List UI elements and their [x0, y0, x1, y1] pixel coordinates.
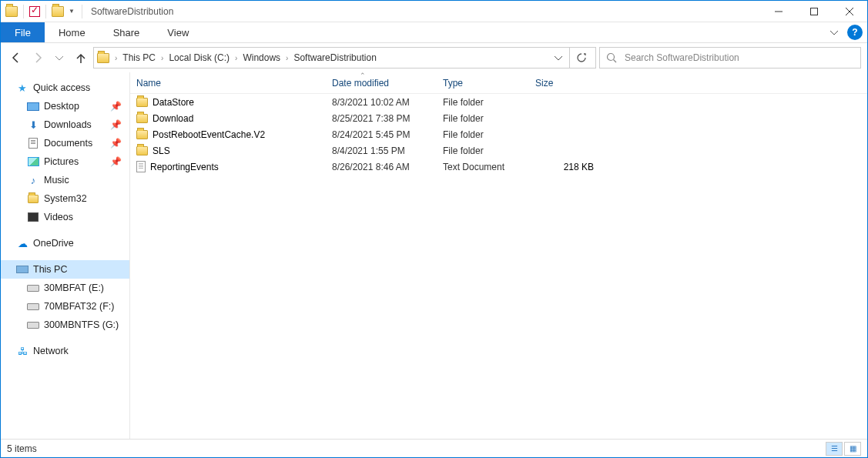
- document-icon: [27, 137, 39, 149]
- file-row[interactable]: Download8/25/2021 7:38 PMFile folder: [130, 110, 867, 126]
- nav-onedrive[interactable]: ☁ OneDrive: [1, 234, 129, 252]
- file-row[interactable]: DataStore8/3/2021 10:02 AMFile folder: [130, 94, 867, 110]
- nav-label: 30MBFAT (E:): [44, 282, 104, 293]
- download-icon: ⬇: [27, 119, 39, 131]
- refresh-button[interactable]: [569, 48, 592, 68]
- minimize-button[interactable]: [761, 1, 796, 22]
- search-input[interactable]: [623, 52, 854, 64]
- file-icon: [136, 161, 146, 172]
- collapse-ribbon-icon[interactable]: [826, 22, 843, 42]
- folder-icon: [27, 192, 39, 205]
- qat-dropdown-icon[interactable]: ▼: [67, 8, 76, 15]
- navigation-pane[interactable]: ★ Quick access Desktop📌⬇Downloads📌Docume…: [1, 72, 130, 439]
- nav-drive[interactable]: 300MBNTFS (G:): [1, 316, 129, 334]
- breadcrumb-separator-icon[interactable]: ›: [114, 54, 118, 62]
- nav-network[interactable]: 🖧 Network: [1, 342, 129, 360]
- nav-label: System32: [44, 193, 87, 204]
- file-size: 218 KB: [535, 162, 605, 172]
- back-button[interactable]: [7, 48, 25, 67]
- breadcrumb[interactable]: Local Disk (C:): [166, 52, 233, 63]
- address-dropdown-icon[interactable]: [549, 54, 568, 62]
- file-date: 8/3/2021 10:02 AM: [332, 97, 443, 108]
- file-date: 8/26/2021 8:46 AM: [332, 162, 443, 172]
- nav-item[interactable]: System32: [1, 189, 129, 208]
- cloud-icon: ☁: [16, 237, 28, 249]
- breadcrumb-separator-icon[interactable]: ›: [234, 54, 238, 62]
- file-date: 8/24/2021 5:45 PM: [332, 129, 443, 140]
- file-name: ReportingEvents: [150, 162, 219, 172]
- search-box[interactable]: [599, 47, 861, 69]
- nav-label: Network: [33, 346, 69, 356]
- tab-share[interactable]: Share: [99, 22, 154, 42]
- nav-label: 70MBFAT32 (F:): [44, 301, 114, 312]
- breadcrumb-separator-icon[interactable]: ›: [160, 54, 164, 62]
- nav-drive[interactable]: 70MBFAT32 (F:): [1, 297, 129, 316]
- view-large-icons-button[interactable]: ▦: [844, 442, 861, 456]
- maximize-button[interactable]: [796, 1, 832, 22]
- svg-line-6: [614, 60, 617, 63]
- col-label: Type: [443, 78, 463, 89]
- help-button[interactable]: ?: [847, 25, 863, 40]
- nav-item[interactable]: Desktop📌: [1, 97, 129, 115]
- breadcrumb[interactable]: SoftwareDistribution: [290, 52, 379, 63]
- column-header-size[interactable]: Size: [535, 78, 605, 89]
- content-area: ★ Quick access Desktop📌⬇Downloads📌Docume…: [1, 72, 867, 439]
- address-bar[interactable]: › This PC › Local Disk (C:) › Windows › …: [93, 47, 596, 69]
- column-headers: Name ⌃ Date modified Type Size: [130, 72, 867, 94]
- folder-icon: [136, 146, 148, 155]
- file-name: PostRebootEventCache.V2: [152, 129, 265, 140]
- file-list: Name ⌃ Date modified Type Size DataStore…: [130, 72, 867, 439]
- nav-item[interactable]: ♪Music: [1, 171, 129, 189]
- navigation-bar: › This PC › Local Disk (C:) › Windows › …: [1, 43, 867, 72]
- window-title: SoftwareDistribution: [89, 6, 173, 17]
- nav-label: OneDrive: [33, 238, 74, 249]
- window-controls: [761, 1, 867, 22]
- nav-quick-access[interactable]: ★ Quick access: [1, 79, 129, 97]
- up-button[interactable]: [72, 48, 90, 67]
- file-row[interactable]: PostRebootEventCache.V28/24/2021 5:45 PM…: [130, 126, 867, 142]
- file-name: DataStore: [152, 97, 194, 108]
- column-header-type[interactable]: Type: [443, 78, 535, 89]
- breadcrumb-separator-icon[interactable]: ›: [285, 54, 289, 62]
- file-tab[interactable]: File: [1, 22, 45, 42]
- column-header-name[interactable]: Name: [136, 78, 332, 89]
- nav-label: Music: [44, 175, 69, 186]
- nav-drive[interactable]: 30MBFAT (E:): [1, 279, 129, 297]
- separator: [45, 5, 46, 18]
- properties-icon[interactable]: [29, 6, 40, 17]
- pin-icon: 📌: [110, 156, 122, 167]
- file-row[interactable]: SLS8/4/2021 1:55 PMFile folder: [130, 142, 867, 159]
- file-type: Text Document: [443, 162, 535, 172]
- breadcrumb[interactable]: This PC: [119, 52, 159, 63]
- file-type: File folder: [443, 145, 535, 156]
- close-button[interactable]: [832, 1, 867, 22]
- breadcrumb[interactable]: Windows: [240, 52, 283, 63]
- desktop-icon: [27, 100, 39, 112]
- forward-button[interactable]: [28, 48, 47, 67]
- search-icon: [606, 52, 617, 63]
- nav-item[interactable]: ⬇Downloads📌: [1, 115, 129, 134]
- nav-item[interactable]: Documents📌: [1, 134, 129, 152]
- status-count: 5 items: [7, 443, 37, 454]
- new-folder-icon[interactable]: [52, 6, 64, 17]
- network-icon: 🖧: [16, 345, 28, 357]
- file-row[interactable]: ReportingEvents8/26/2021 8:46 AMText Doc…: [130, 159, 867, 175]
- svg-point-5: [608, 54, 615, 61]
- tab-home[interactable]: Home: [45, 22, 99, 42]
- maximize-icon: [810, 8, 818, 15]
- pc-icon: [16, 263, 28, 276]
- pin-icon: 📌: [110, 138, 122, 149]
- app-folder-icon: [5, 6, 18, 17]
- location-folder-icon: [97, 53, 109, 63]
- nav-this-pc[interactable]: This PC: [1, 260, 129, 279]
- nav-item[interactable]: Videos: [1, 208, 129, 226]
- nav-item[interactable]: Pictures📌: [1, 152, 129, 171]
- recent-dropdown-icon[interactable]: [50, 48, 69, 67]
- svg-rect-1: [811, 8, 818, 15]
- sort-indicator-icon: ⌃: [360, 72, 366, 79]
- column-header-date[interactable]: Date modified: [332, 78, 443, 89]
- tab-view[interactable]: View: [153, 22, 203, 42]
- file-name: Download: [152, 113, 193, 124]
- video-icon: [27, 211, 39, 223]
- view-details-button[interactable]: ☰: [826, 442, 843, 456]
